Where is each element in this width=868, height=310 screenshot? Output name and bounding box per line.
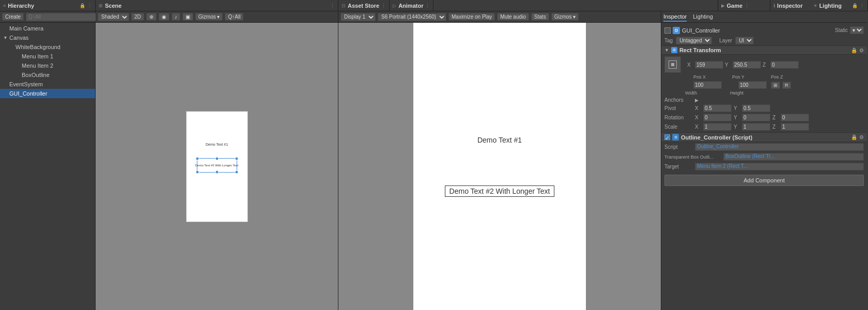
anchors-widget[interactable] <box>664 56 685 73</box>
scene-handle-tc[interactable] <box>215 157 219 160</box>
rect-transform-section[interactable]: ▼ ⊞ Rect Transform 🔒 ⚙ <box>661 45 867 55</box>
scale-y-input[interactable] <box>742 123 770 131</box>
game-canvas-area: Demo Text #1 Demo Text #2 With Longer Te… <box>413 23 586 310</box>
outline-controller-gear[interactable]: ⚙ <box>859 134 864 140</box>
hierarchy-lock-icon[interactable]: 🔒 <box>80 3 85 8</box>
height-input[interactable] <box>738 81 767 89</box>
top-strip: ≡ Hierarchy 🔒 ⋮ ⊞ Scene ⋮ ⊡ Asset Store … <box>0 0 868 11</box>
scene-2d-button[interactable]: 2D <box>131 13 144 21</box>
rect-transform-gear[interactable]: ⚙ <box>859 48 864 53</box>
tree-item-box-outline[interactable]: BoxOutline <box>0 70 95 80</box>
pos-xyz-group: X Y Z <box>687 61 799 69</box>
pivot-label: Pivot <box>664 105 693 111</box>
pos-z-header: Pos Z <box>771 74 799 80</box>
asset-store-panel-header: ⊡ Asset Store ⋮ <box>338 0 390 11</box>
tab-lighting[interactable]: Lighting <box>693 12 713 22</box>
scale-x-input[interactable] <box>703 123 732 131</box>
rotation-y-input[interactable] <box>742 114 770 121</box>
rect-transform-icon: ⊞ <box>671 47 677 53</box>
scene-lighting-button[interactable]: ⊕ <box>146 13 157 21</box>
lighting-icon: ☀ <box>813 3 817 8</box>
pos-x-input[interactable] <box>695 61 723 69</box>
tree-item-main-camera[interactable]: Main Camera <box>0 24 95 33</box>
scale-label: Scale <box>664 124 693 130</box>
pivot-x-input[interactable] <box>703 104 732 112</box>
asset-store-kebab-icon[interactable]: ⋮ <box>381 3 386 8</box>
object-enabled-checkbox[interactable] <box>664 27 671 34</box>
game-stats-button[interactable]: Stats <box>531 13 549 21</box>
rect-transform-title: Rect Transform <box>679 47 849 53</box>
inspector-tabs-bar: Inspector Lighting <box>661 11 867 23</box>
pos-z-input[interactable] <box>770 61 799 69</box>
anchors-label: Anchors <box>664 97 693 103</box>
scene-handle-tl[interactable] <box>195 157 199 160</box>
scene-handle-bl[interactable] <box>195 170 199 174</box>
scale-z-input[interactable] <box>781 123 809 131</box>
hierarchy-kebab-icon[interactable]: ⋮ <box>87 3 92 8</box>
pos-x-header: Pos X <box>693 74 722 80</box>
layer-select[interactable]: UI <box>735 37 754 44</box>
scene-toolbar: Shaded 2D ⊕ ◉ ♪ ▣ Gizmos ▾ Q↑All <box>96 11 338 23</box>
box-outline-value[interactable]: BoxOutline (Rect Tr... <box>723 153 864 161</box>
outline-controller-section[interactable]: ✓ ⚙ Outline_Controller (Script) 🔒 ⚙ <box>661 132 867 142</box>
target-label: Target <box>664 164 693 169</box>
rotation-z-input[interactable] <box>781 114 809 121</box>
add-component-button[interactable]: Add Component <box>664 175 864 186</box>
game-resolution-select[interactable]: S6 Portrait (1440x2560) <box>378 13 446 21</box>
scene-selection-box: Demo Text #2 With Longer Text <box>197 158 237 173</box>
scene-view-mode-select[interactable]: Shaded <box>98 13 129 21</box>
script-value[interactable]: Outline_Controller <box>695 143 864 151</box>
width-height-header-row: Width Height <box>664 90 864 96</box>
scene-effects-button[interactable]: ♪ <box>172 13 180 21</box>
rotation-label: Rotation <box>664 115 693 120</box>
hierarchy-create-button[interactable]: Create <box>2 13 24 21</box>
scene-camera-button[interactable]: ▣ <box>182 13 193 21</box>
tree-item-label: EventSystem <box>9 81 43 87</box>
game-view: Using resolution 318x566 Demo Text #1 De… <box>338 23 661 310</box>
scene-kebab-icon[interactable]: ⋮ <box>330 3 335 8</box>
target-value[interactable]: Menu Item 2 (Rect T... <box>695 163 864 171</box>
tree-item-event-system[interactable]: EventSystem <box>0 80 95 89</box>
scene-handle-br[interactable] <box>235 170 238 174</box>
inspector-panel: Inspector Lighting ⚙ GUI_Controller Stat… <box>661 11 867 310</box>
anchors-expand-button[interactable]: ▶ <box>695 98 699 103</box>
scene-search-button[interactable]: Q↑All <box>225 13 243 21</box>
anchor-preset-button[interactable]: ⊞ <box>771 82 780 89</box>
scene-handle-tr[interactable] <box>235 157 238 160</box>
hierarchy-search-input[interactable] <box>26 13 97 21</box>
tree-item-canvas[interactable]: ▼ Canvas <box>0 33 95 42</box>
width-header: Width <box>685 90 714 96</box>
tree-item-label: Main Camera <box>9 25 43 32</box>
scene-handle-bc[interactable] <box>215 170 219 174</box>
script-row: Script Outline_Controller <box>661 142 867 152</box>
game-maximize-button[interactable]: Maximize on Play <box>448 13 495 21</box>
tree-item-label: BoxOutline <box>22 72 50 78</box>
outline-controller-enabled-checkbox[interactable]: ✓ <box>664 134 670 140</box>
pivot-y-input[interactable] <box>742 104 770 112</box>
pos-y-input[interactable] <box>733 61 761 69</box>
game-display-select[interactable]: Display 1 <box>340 13 376 21</box>
game-kebab-icon[interactable]: ⋮ <box>745 3 749 8</box>
tag-select[interactable]: Untagged <box>676 37 712 44</box>
tree-item-white-background[interactable]: WhiteBackground <box>0 42 95 52</box>
target-row: Target Menu Item 2 (Rect T... <box>661 162 867 172</box>
hierarchy-icon: ≡ <box>3 3 6 8</box>
tab-inspector[interactable]: Inspector <box>663 12 687 22</box>
animator-kebab-icon[interactable]: ⋮ <box>425 3 430 8</box>
tree-item-gui-controller[interactable]: GUI_Controller <box>0 89 95 98</box>
tree-item-menu-item-1[interactable]: Menu Item 1 <box>0 52 95 61</box>
inspector-lock-icon[interactable]: 🔒 <box>852 3 858 8</box>
inspector-tabs: Inspector Lighting <box>663 12 713 22</box>
width-input[interactable] <box>693 81 722 89</box>
game-mute-button[interactable]: Mute audio <box>497 13 529 21</box>
game-gizmos-button[interactable]: Gizmos ▾ <box>551 13 579 21</box>
scene-audio-button[interactable]: ◉ <box>159 13 169 21</box>
inspector-kebab-icon[interactable]: ⋮ <box>860 3 864 8</box>
game-right-margin <box>586 23 661 310</box>
blueprint-button[interactable]: R <box>782 82 791 89</box>
scene-demo-text-1: Demo Text #1 <box>206 143 228 146</box>
static-flags-select[interactable]: ▾ <box>850 26 864 34</box>
rotation-x-input[interactable] <box>703 114 732 121</box>
scene-gizmos-button[interactable]: Gizmos ▾ <box>195 13 223 21</box>
tree-item-menu-item-2[interactable]: Menu Item 2 <box>0 61 95 70</box>
